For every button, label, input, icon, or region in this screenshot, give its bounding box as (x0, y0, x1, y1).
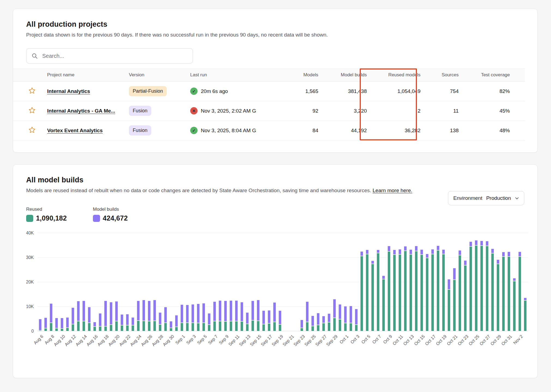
builds-card-subtitle-text: Models are reused instead of rebuilt whe… (26, 188, 371, 193)
star-icon (28, 130, 36, 134)
bar-oct-24 (468, 233, 474, 331)
x-tick-label: Aug 30 (162, 334, 175, 347)
stacked-bar (300, 233, 303, 331)
x-tick-label: Aug 24 (129, 334, 143, 347)
version-badge: Fusion (129, 125, 151, 135)
column-header-reused-models: Reused models (371, 72, 425, 78)
project-name-link[interactable]: Vortex Event Analytics (47, 128, 103, 133)
model-builds-segment (137, 301, 140, 321)
bar-sep-8 (217, 233, 223, 331)
x-tick-label: Sep 5 (196, 334, 208, 345)
reused-segment (524, 300, 527, 331)
x-tick-label: Oct 7 (371, 334, 382, 345)
reused-segment (344, 323, 347, 331)
bar-sep-15 (256, 233, 261, 331)
reused-segment (240, 321, 243, 331)
x-tick-label: Sep 7 (207, 334, 219, 345)
stacked-bar (246, 233, 249, 331)
environment-select[interactable]: Environment Production (448, 191, 524, 205)
stacked-bar (159, 233, 162, 331)
stacked-bar (191, 233, 194, 331)
environment-select-label: Environment (453, 195, 482, 201)
stacked-bar (60, 233, 63, 331)
projects-card-subtitle: Project data shown is for the previous 9… (13, 31, 537, 38)
legend-swatch-value: 1,090,182 (26, 214, 67, 222)
model-builds-segment (338, 304, 341, 319)
model-builds-segment (300, 320, 303, 328)
learn-more-link[interactable]: Learn more here. (373, 188, 412, 193)
project-name-link[interactable]: Internal Analytics (47, 88, 90, 94)
bar-sep-19 (277, 233, 283, 331)
model-builds-segment (273, 302, 276, 322)
bar-sep-16 (261, 233, 267, 331)
stacked-bar (229, 233, 232, 331)
stacked-bar (491, 233, 494, 331)
reused-segment (235, 321, 238, 331)
reused-segment (44, 328, 47, 331)
model-builds-segment (524, 298, 527, 300)
favorite-cell (13, 107, 43, 115)
model-builds-segment (349, 306, 352, 323)
project-name-link[interactable]: Internal Analytics - GA Me... (47, 108, 115, 114)
model-builds-segment (328, 313, 331, 322)
search-input[interactable] (42, 53, 188, 59)
stacked-bar (278, 233, 281, 331)
model-builds-chart: 010K20K30K40K Aug 6Aug 8Aug 10Aug 12Aug … (21, 233, 528, 357)
table-row[interactable]: Internal AnalyticsPartial-Fusion✓20m 6s … (13, 82, 525, 101)
models-cell: 1,565 (256, 88, 322, 94)
stacked-bar (382, 233, 385, 331)
model-builds-segment (159, 312, 162, 324)
model-builds-segment (55, 318, 58, 328)
bar-aug-7 (43, 233, 49, 331)
model-builds-cell: 3,220 (322, 108, 371, 114)
model-builds-segment (202, 303, 205, 322)
test-coverage-cell: 45% (463, 108, 521, 114)
reused-segment (393, 255, 396, 331)
table-row[interactable]: Internal Analytics - GA Me...Fusion✕Nov … (13, 101, 525, 121)
bar-sep-11 (234, 233, 239, 331)
reused-segment (66, 328, 69, 331)
stacked-bar (39, 233, 42, 331)
x-tick-label: Aug 14 (75, 334, 88, 347)
project-search[interactable] (26, 48, 193, 64)
bar-aug-29 (163, 233, 168, 331)
model-builds-segment (219, 300, 222, 321)
bar-aug-20 (114, 233, 119, 331)
reused-segment (213, 321, 216, 331)
bar-aug-28 (158, 233, 163, 331)
bar-sep-26 (316, 233, 321, 331)
favorite-star-button[interactable] (28, 126, 36, 134)
stacked-bar (66, 233, 69, 331)
bar-sep-4 (196, 233, 201, 331)
bar-oct-5 (365, 233, 370, 331)
x-tick-label: Oct 21 (446, 334, 459, 346)
reused-segment (491, 253, 494, 331)
model-builds-segment (382, 276, 385, 279)
x-tick-label: Sep 27 (314, 334, 328, 347)
stacked-bar (148, 233, 151, 331)
projects-card-title: All production projects (13, 19, 537, 29)
model-builds-segment (377, 250, 380, 253)
reused-segment (453, 280, 456, 331)
bar-oct-6 (370, 233, 376, 331)
stacked-bar (251, 233, 254, 331)
x-tick-label: Aug 26 (140, 334, 153, 347)
bar-oct-4 (359, 233, 365, 331)
reused-segment (148, 321, 151, 331)
legend-swatch-value: 424,672 (93, 214, 128, 222)
table-row[interactable]: Vortex Event AnalyticsFusion✓Nov 3, 2025… (13, 121, 525, 140)
project-name-cell: Vortex Event Analytics (43, 128, 125, 134)
reused-segment (257, 321, 260, 331)
stacked-bar (82, 233, 85, 331)
favorite-star-button[interactable] (28, 107, 36, 115)
bar-oct-29 (495, 233, 501, 331)
x-tick-label: Oct 15 (413, 334, 426, 346)
model-builds-segment (142, 300, 145, 321)
reused-segment (262, 324, 265, 331)
bar-aug-30 (168, 233, 174, 331)
favorite-star-button[interactable] (28, 87, 36, 95)
projects-table: Project nameVersionLast runModelsModel b… (13, 68, 525, 140)
sources-cell: 138 (425, 128, 463, 134)
legend-item: Model builds424,672 (93, 207, 128, 222)
x-tick-label: Sep 23 (293, 334, 306, 347)
